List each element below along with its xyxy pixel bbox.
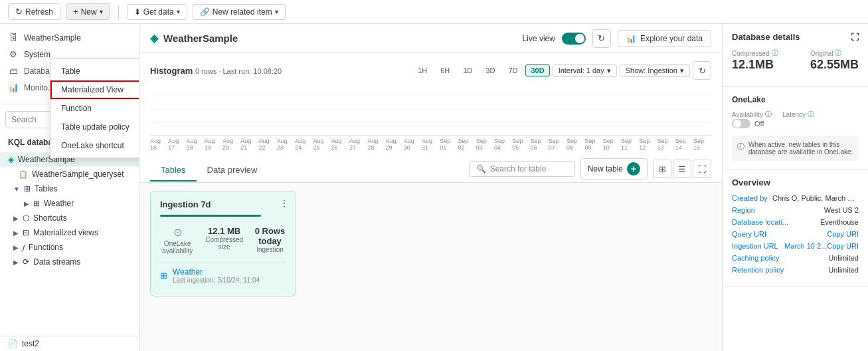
download-icon: ⬇ — [134, 7, 141, 17]
overview-key: Created by — [732, 194, 768, 202]
onelake-toggle-switch[interactable] — [732, 119, 750, 128]
overview-row: Query URI Copy URI — [732, 230, 859, 238]
card-table-name[interactable]: Weather — [173, 267, 260, 277]
histogram-axis: Aug 16Aug 17 Aug 18Aug 19 Aug 20Aug 21 A… — [150, 136, 711, 153]
chart-refresh-button[interactable]: ↻ — [693, 61, 711, 80]
search-table-input[interactable]: 🔍 Search for table — [469, 161, 575, 177]
tree-item-matviews[interactable]: ▶ ⊟ Materialized views — [0, 225, 139, 240]
db-details-title: Database details ⛶ — [732, 32, 859, 42]
chevron-weather-icon: ▶ — [24, 200, 29, 207]
new-related-button[interactable]: 🔗 New related item ▾ — [193, 4, 286, 20]
sidebar-system-label: System — [24, 50, 50, 59]
get-data-label: Get data — [143, 7, 174, 17]
overview-value: Unlimited — [828, 254, 859, 262]
overview-value[interactable]: Copy URI — [827, 230, 859, 238]
show-label: Show: Ingestion — [626, 66, 677, 74]
interval-chevron-icon: ▾ — [607, 66, 611, 75]
table-row-icon: ⊞ — [160, 271, 167, 281]
overview-row: Created by Chris O, Public, March 10, i.… — [732, 194, 859, 202]
dropdown-item-function[interactable]: Function — [50, 99, 139, 118]
live-view-toggle[interactable] — [562, 33, 586, 45]
histogram-section: Histogram 0 rows · Last run: 10:08:20 1H… — [139, 53, 722, 153]
function-icon: 𝑓 — [23, 243, 25, 252]
histogram-refresh-button[interactable]: ↻ — [592, 29, 611, 48]
content-title: ◈ WeatherSample — [150, 32, 238, 45]
dropdown-item-matview[interactable]: Materialized View — [50, 80, 139, 99]
dropdown-item-update-policy[interactable]: Table update policy — [50, 118, 139, 136]
new-dropdown-menu: Table Materialized View Function Table u… — [50, 58, 139, 158]
tab-tables[interactable]: Tables — [150, 160, 197, 181]
ingestion-card-title: Ingestion 7d — [160, 199, 286, 209]
db-stats: Compressed ⓘ 12.1MB Original ⓘ 62.55MB — [732, 49, 859, 72]
interval-button[interactable]: Interval: 1 day ▾ — [553, 64, 617, 77]
list-view-button[interactable]: ☰ — [673, 160, 691, 178]
explore-button[interactable]: 📊 Explore your data — [618, 30, 711, 47]
overview-key: Database locati... — [732, 218, 788, 226]
time-btn-3d[interactable]: 3D — [480, 64, 500, 76]
queryset-icon: 📋 — [19, 170, 28, 179]
overview-value: Eventhouse — [820, 218, 859, 226]
matview-icon: ⊟ — [23, 228, 29, 237]
overview-key: Caching policy — [732, 254, 780, 262]
stat-onelake: ⊙ OneLake availability — [160, 226, 195, 255]
tree-item-functions[interactable]: ▶ 𝑓 Functions — [0, 240, 139, 255]
search-icon: 🔍 — [476, 164, 486, 174]
tree-item-queryset[interactable]: 📋 WeatherSample_queryset — [0, 167, 139, 181]
ingestion-menu-button[interactable]: ⋮ — [280, 198, 289, 209]
tree-item-datastreams[interactable]: ▶ ⟳ Data streams — [0, 255, 139, 269]
new-table-button[interactable]: New table + — [580, 158, 648, 179]
chevron-functions-icon: ▶ — [13, 244, 19, 251]
tables-content: Ingestion 7d ⋮ ⊙ OneLake availability 12… — [139, 183, 722, 351]
overview-key: Query URI — [732, 230, 766, 238]
overview-row: Caching policy Unlimited — [732, 254, 859, 262]
onelake-toggle-group: Off — [732, 119, 764, 128]
histogram-title-group: Histogram 0 rows · Last run: 10:08:20 — [150, 66, 282, 76]
compressed-stat: Compressed ⓘ 12.1MB — [732, 49, 778, 72]
refresh-label: Refresh — [25, 7, 53, 17]
time-btn-30d[interactable]: 30D — [525, 64, 549, 76]
onelake-toggle-knob — [733, 120, 741, 128]
tab-data-preview[interactable]: Data preview — [197, 160, 268, 181]
show-button[interactable]: Show: Ingestion ▾ — [620, 64, 690, 77]
live-view-label: Live view — [523, 34, 555, 43]
rows-today-value: 0 Rows today — [254, 226, 286, 246]
tree-item-weather[interactable]: ▶ ⊞ Weather — [0, 196, 139, 211]
tree-item-shortcuts[interactable]: ▶ ⬡ Shortcuts — [0, 211, 139, 225]
weathersample-title-icon: ◈ — [150, 32, 158, 45]
dropdown-item-onelake-shortcut[interactable]: OneLake shortcut — [50, 136, 139, 155]
time-btn-7d[interactable]: 7D — [503, 64, 523, 76]
data-streams-label: Data streams — [33, 257, 80, 267]
histogram-header: Histogram 0 rows · Last run: 10:08:20 1H… — [150, 61, 711, 80]
new-button[interactable]: + New ▾ — [66, 3, 110, 20]
time-btn-1d[interactable]: 1D — [458, 64, 477, 76]
shortcut-icon: ⬡ — [23, 213, 29, 223]
overview-value[interactable]: March 10 2...Copy URI — [784, 242, 859, 250]
time-btn-1h[interactable]: 1H — [412, 64, 432, 76]
chevron-down-icon3: ▾ — [275, 8, 278, 15]
compressed-stat-value: 12.1 MB — [205, 226, 243, 236]
overview-rows: Created by Chris O, Public, March 10, i.… — [732, 194, 859, 274]
refresh-button[interactable]: ↻ Refresh — [8, 3, 60, 20]
tab-actions: 🔍 Search for table New table + ⊞ ☰ ⛶ — [469, 158, 711, 179]
fullscreen-button[interactable]: ⛶ — [693, 160, 711, 178]
expand-icon[interactable]: ⛶ — [851, 33, 859, 42]
plus-icon: + — [73, 7, 78, 17]
dropdown-item-table[interactable]: Table — [50, 62, 139, 80]
tree-item-tables[interactable]: ▼ ⊞ Tables — [0, 181, 139, 196]
overview-section: Overview Created by Chris O, Public, Mar… — [723, 170, 868, 287]
info-icon: ⓘ — [772, 49, 778, 58]
stream-icon: ⟳ — [23, 257, 29, 267]
chevron-down-icon2: ▾ — [177, 8, 180, 15]
get-data-button[interactable]: ⬇ Get data ▾ — [127, 4, 187, 20]
chevron-matviews-icon: ▶ — [13, 229, 19, 237]
grid-view-button[interactable]: ⊞ — [653, 160, 671, 178]
db-details-title-text: Database details — [732, 32, 800, 42]
availability-group: Availability ⓘ Off — [732, 110, 772, 130]
card-table-meta: Last ingestion: 3/10/24, 11:04 — [173, 277, 260, 284]
tree-item-test2[interactable]: 📄 test2 — [0, 336, 139, 351]
new-table-plus-icon: + — [627, 162, 640, 176]
search-table-placeholder: Search for table — [490, 164, 547, 174]
tab-list: Tables Data preview — [150, 160, 268, 181]
time-btn-6h[interactable]: 6H — [435, 64, 455, 76]
sidebar-item-weathersample-top[interactable]: 🗄 WeatherSample — [0, 29, 139, 46]
